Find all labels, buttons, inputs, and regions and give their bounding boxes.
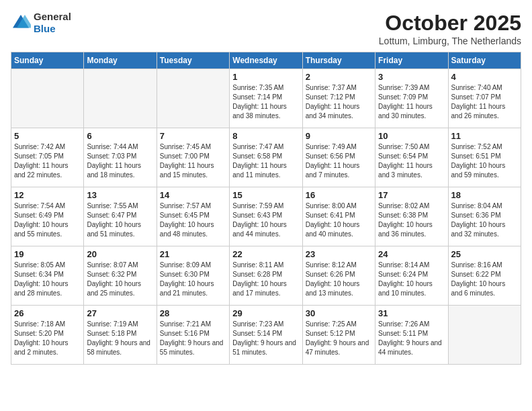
day-number: 24: [378, 249, 445, 259]
day-cell-22: 22Sunrise: 8:11 AM Sunset: 6:28 PM Dayli…: [230, 246, 302, 306]
day-info: Sunrise: 7:21 AM Sunset: 5:16 PM Dayligh…: [160, 320, 226, 357]
day-cell-4: 4Sunrise: 7:40 AM Sunset: 7:07 PM Daylig…: [448, 69, 521, 128]
day-cell-10: 10Sunrise: 7:50 AM Sunset: 6:54 PM Dayli…: [375, 128, 448, 187]
day-cell-29: 29Sunrise: 7:23 AM Sunset: 5:14 PM Dayli…: [230, 306, 302, 365]
empty-cell: [448, 306, 521, 365]
day-number: 14: [160, 190, 226, 200]
day-cell-1: 1Sunrise: 7:35 AM Sunset: 7:14 PM Daylig…: [230, 69, 302, 128]
header-saturday: Saturday: [448, 52, 521, 69]
day-number: 30: [306, 308, 372, 318]
day-cell-7: 7Sunrise: 7:45 AM Sunset: 7:00 PM Daylig…: [157, 128, 229, 187]
day-cell-16: 16Sunrise: 8:00 AM Sunset: 6:41 PM Dayli…: [302, 187, 375, 246]
day-number: 2: [306, 72, 372, 82]
header-sunday: Sunday: [11, 52, 84, 69]
day-number: 23: [306, 249, 372, 259]
empty-cell: [157, 69, 229, 128]
week-row-4: 19Sunrise: 8:05 AM Sunset: 6:34 PM Dayli…: [11, 246, 521, 306]
day-number: 6: [87, 131, 153, 141]
day-number: 31: [378, 308, 445, 318]
day-info: Sunrise: 7:40 AM Sunset: 7:07 PM Dayligh…: [451, 83, 518, 121]
day-info: Sunrise: 7:23 AM Sunset: 5:14 PM Dayligh…: [232, 320, 299, 357]
day-cell-31: 31Sunrise: 7:26 AM Sunset: 5:11 PM Dayli…: [375, 306, 448, 365]
day-number: 8: [232, 131, 299, 141]
header-monday: Monday: [84, 52, 157, 69]
logo: General Blue: [11, 11, 71, 35]
day-info: Sunrise: 8:00 AM Sunset: 6:41 PM Dayligh…: [306, 201, 372, 239]
day-cell-28: 28Sunrise: 7:21 AM Sunset: 5:16 PM Dayli…: [157, 306, 229, 365]
day-number: 12: [14, 190, 81, 200]
location-text: Lottum, Limburg, The Netherlands: [379, 36, 521, 46]
day-info: Sunrise: 7:57 AM Sunset: 6:45 PM Dayligh…: [160, 201, 226, 239]
header-thursday: Thursday: [302, 52, 375, 69]
day-cell-8: 8Sunrise: 7:47 AM Sunset: 6:58 PM Daylig…: [230, 128, 302, 187]
day-number: 3: [378, 72, 445, 82]
day-info: Sunrise: 7:39 AM Sunset: 7:09 PM Dayligh…: [378, 83, 445, 121]
day-info: Sunrise: 7:35 AM Sunset: 7:14 PM Dayligh…: [232, 83, 299, 121]
day-info: Sunrise: 8:09 AM Sunset: 6:30 PM Dayligh…: [160, 261, 226, 298]
day-info: Sunrise: 7:47 AM Sunset: 6:58 PM Dayligh…: [232, 142, 299, 180]
day-info: Sunrise: 7:19 AM Sunset: 5:18 PM Dayligh…: [87, 320, 153, 357]
day-info: Sunrise: 8:16 AM Sunset: 6:22 PM Dayligh…: [451, 261, 518, 298]
day-info: Sunrise: 8:12 AM Sunset: 6:26 PM Dayligh…: [306, 261, 372, 298]
day-cell-21: 21Sunrise: 8:09 AM Sunset: 6:30 PM Dayli…: [157, 246, 229, 306]
logo-general-text: General: [34, 11, 71, 23]
day-number: 21: [160, 249, 226, 259]
day-cell-18: 18Sunrise: 8:04 AM Sunset: 6:36 PM Dayli…: [448, 187, 521, 246]
day-info: Sunrise: 8:07 AM Sunset: 6:32 PM Dayligh…: [87, 261, 153, 298]
day-info: Sunrise: 8:04 AM Sunset: 6:36 PM Dayligh…: [451, 201, 518, 239]
day-cell-20: 20Sunrise: 8:07 AM Sunset: 6:32 PM Dayli…: [84, 246, 157, 306]
logo-icon: [11, 13, 31, 33]
logo-text: General Blue: [34, 11, 71, 35]
day-number: 11: [451, 131, 518, 141]
day-info: Sunrise: 7:55 AM Sunset: 6:47 PM Dayligh…: [87, 201, 153, 239]
page-header: General Blue October 2025 Lottum, Limbur…: [11, 11, 521, 46]
day-number: 18: [451, 190, 518, 200]
day-number: 25: [451, 249, 518, 259]
day-info: Sunrise: 8:02 AM Sunset: 6:38 PM Dayligh…: [378, 201, 445, 239]
month-title: October 2025: [379, 11, 521, 36]
day-cell-25: 25Sunrise: 8:16 AM Sunset: 6:22 PM Dayli…: [448, 246, 521, 306]
day-number: 5: [14, 131, 81, 141]
day-cell-3: 3Sunrise: 7:39 AM Sunset: 7:09 PM Daylig…: [375, 69, 448, 128]
day-info: Sunrise: 7:26 AM Sunset: 5:11 PM Dayligh…: [378, 320, 445, 357]
header-wednesday: Wednesday: [230, 52, 302, 69]
day-number: 4: [451, 72, 518, 82]
day-info: Sunrise: 7:50 AM Sunset: 6:54 PM Dayligh…: [378, 142, 445, 180]
day-number: 20: [87, 249, 153, 259]
day-number: 19: [14, 249, 81, 259]
day-number: 7: [160, 131, 226, 141]
day-info: Sunrise: 7:52 AM Sunset: 6:51 PM Dayligh…: [451, 142, 518, 180]
day-info: Sunrise: 7:54 AM Sunset: 6:49 PM Dayligh…: [14, 201, 81, 239]
day-info: Sunrise: 8:11 AM Sunset: 6:28 PM Dayligh…: [232, 261, 299, 298]
day-number: 27: [87, 308, 153, 318]
header-tuesday: Tuesday: [157, 52, 229, 69]
day-cell-26: 26Sunrise: 7:18 AM Sunset: 5:20 PM Dayli…: [11, 306, 84, 365]
day-cell-27: 27Sunrise: 7:19 AM Sunset: 5:18 PM Dayli…: [84, 306, 157, 365]
calendar-header-row: SundayMondayTuesdayWednesdayThursdayFrid…: [11, 52, 521, 69]
empty-cell: [84, 69, 157, 128]
day-info: Sunrise: 7:18 AM Sunset: 5:20 PM Dayligh…: [14, 320, 81, 357]
day-cell-9: 9Sunrise: 7:49 AM Sunset: 6:56 PM Daylig…: [302, 128, 375, 187]
day-cell-5: 5Sunrise: 7:42 AM Sunset: 7:05 PM Daylig…: [11, 128, 84, 187]
day-number: 28: [160, 308, 226, 318]
day-number: 1: [232, 72, 299, 82]
day-number: 10: [378, 131, 445, 141]
day-number: 9: [306, 131, 372, 141]
day-info: Sunrise: 7:45 AM Sunset: 7:00 PM Dayligh…: [160, 142, 226, 180]
day-cell-2: 2Sunrise: 7:37 AM Sunset: 7:12 PM Daylig…: [302, 69, 375, 128]
title-block: October 2025 Lottum, Limburg, The Nether…: [379, 11, 521, 46]
week-row-5: 26Sunrise: 7:18 AM Sunset: 5:20 PM Dayli…: [11, 306, 521, 365]
header-friday: Friday: [375, 52, 448, 69]
day-number: 29: [232, 308, 299, 318]
day-info: Sunrise: 8:14 AM Sunset: 6:24 PM Dayligh…: [378, 261, 445, 298]
day-number: 26: [14, 308, 81, 318]
day-cell-17: 17Sunrise: 8:02 AM Sunset: 6:38 PM Dayli…: [375, 187, 448, 246]
day-info: Sunrise: 7:25 AM Sunset: 5:12 PM Dayligh…: [306, 320, 372, 357]
week-row-3: 12Sunrise: 7:54 AM Sunset: 6:49 PM Dayli…: [11, 187, 521, 246]
week-row-2: 5Sunrise: 7:42 AM Sunset: 7:05 PM Daylig…: [11, 128, 521, 187]
day-info: Sunrise: 8:05 AM Sunset: 6:34 PM Dayligh…: [14, 261, 81, 298]
day-cell-14: 14Sunrise: 7:57 AM Sunset: 6:45 PM Dayli…: [157, 187, 229, 246]
day-number: 16: [306, 190, 372, 200]
day-info: Sunrise: 7:44 AM Sunset: 7:03 PM Dayligh…: [87, 142, 153, 180]
day-cell-15: 15Sunrise: 7:59 AM Sunset: 6:43 PM Dayli…: [230, 187, 302, 246]
